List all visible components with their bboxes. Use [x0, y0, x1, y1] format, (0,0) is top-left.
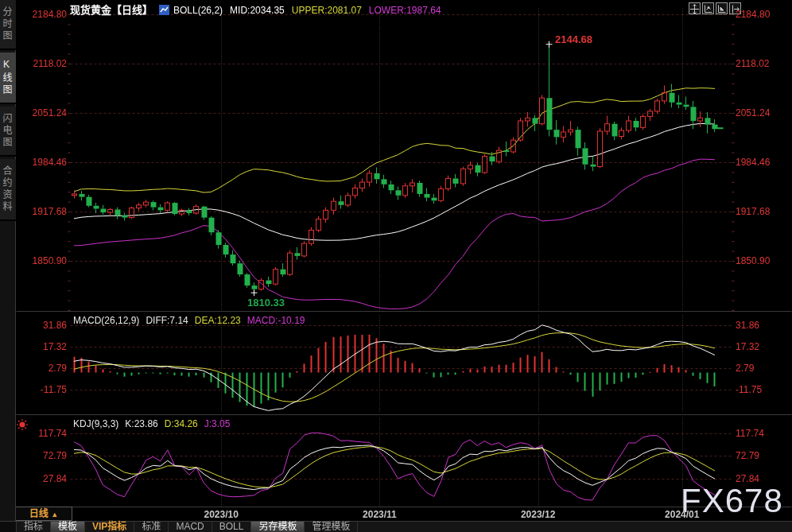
kdj-axis-label: 72.79 — [17, 450, 67, 461]
macd-axis-label: 17.32 — [736, 341, 759, 352]
low-annotation: 1810.33 — [247, 297, 285, 309]
macd-axis-label: 2.79 — [736, 363, 754, 374]
chart-canvas[interactable] — [0, 0, 792, 532]
x-axis-label: 2023/12 — [516, 509, 561, 520]
crosshair-icon[interactable] — [689, 2, 701, 14]
price-axis-label: 2184.80 — [736, 9, 770, 20]
high-annotation: 2144.68 — [555, 33, 592, 45]
tab-macd[interactable]: MACD — [169, 522, 212, 532]
kdj-axis-label: 117.74 — [17, 428, 67, 439]
macd-dea-value: DEA:12.23 — [195, 315, 241, 326]
macd-bar-value: MACD:-10.19 — [247, 315, 305, 326]
price-axis-label: 1984.46 — [17, 157, 67, 168]
price-axis-label: 2051.24 — [736, 107, 770, 118]
tab-manage-template[interactable]: 管理模板 — [305, 522, 358, 532]
tabbar-corner — [0, 522, 17, 532]
price-axis-label: 1850.90 — [17, 255, 67, 266]
macd-indicator-label: MACD(26,12,9) — [73, 315, 139, 326]
triangle-up-icon: ▲ — [51, 511, 58, 518]
macd-diff-value: DIFF:7.14 — [146, 315, 188, 326]
tab-vip-indicators[interactable]: VIP指标 — [85, 522, 134, 532]
chart-playback-icon[interactable] — [716, 2, 728, 14]
price-axis-label: 2118.02 — [736, 58, 770, 69]
macd-axis-label: 31.86 — [17, 320, 67, 331]
kdj-axis-label: 27.84 — [17, 473, 67, 484]
macd-axis-label: 17.32 — [17, 341, 67, 352]
kdj-indicator-label: KDJ(9,3,3) — [73, 418, 118, 429]
boll-lower-value: LOWER:1987.64 — [369, 5, 441, 16]
price-axis-label: 1850.90 — [736, 255, 770, 266]
sidebar-item-kline-chart[interactable]: K线图 — [0, 52, 16, 104]
tab-standard[interactable]: 标准 — [134, 522, 169, 532]
trading-app: 分时图K线图闪电图合约资料 现货黄金【日线】BOLL(26,2)MID:2034… — [0, 0, 792, 532]
bottom-tabbar: 指标模板VIP指标标准MACDBOLL另存模板管理模板 — [0, 521, 792, 532]
kdj-k-value: K:23.86 — [125, 418, 157, 429]
indicator-chart-icon — [159, 5, 169, 17]
boll-mid-value: MID:2034.35 — [230, 5, 285, 16]
kdj-axis-label: 72.79 — [736, 450, 759, 461]
x-axis-label: 2023/10 — [199, 509, 243, 520]
x-axis-label: 2024/01 — [660, 509, 705, 520]
kdj-axis-label: 27.84 — [736, 473, 759, 484]
window-tools — [687, 2, 741, 17]
tab-templates[interactable]: 模板 — [51, 522, 85, 532]
macd-axis-label: -11.75 — [17, 384, 67, 395]
boll-indicator-label: BOLL(26,2) — [173, 5, 223, 16]
chart-header: 现货黄金【日线】BOLL(26,2)MID:2034.35UPPER:2081.… — [70, 2, 441, 16]
period-selector[interactable]: 日线 ▲ — [16, 507, 72, 521]
period-label: 日线 — [29, 508, 49, 519]
tab-indicators[interactable]: 指标 — [17, 522, 51, 532]
macd-axis-label: -11.75 — [736, 384, 762, 395]
price-axis-label: 2184.80 — [17, 9, 67, 20]
sidebar: 分时图K线图闪电图合约资料 — [0, 0, 16, 521]
sidebar-item-flash-chart[interactable]: 闪电图 — [0, 107, 16, 157]
tab-boll[interactable]: BOLL — [212, 522, 252, 532]
kdj-panel-header: KDJ(9,3,3)K:23.86D:34.26J:3.05 — [73, 418, 230, 429]
tab-save-template[interactable]: 另存模板 — [251, 522, 305, 532]
macd-axis-label: 31.86 — [736, 320, 759, 331]
price-axis-label: 2051.24 — [17, 107, 67, 118]
kdj-axis-label: 117.74 — [736, 428, 764, 439]
symbol-title: 现货黄金【日线】 — [70, 4, 153, 16]
price-axis-label: 1984.46 — [736, 157, 770, 168]
price-axis-label: 2118.02 — [17, 58, 67, 69]
axis-scale-icon[interactable] — [702, 2, 714, 14]
x-axis-label: 2023/11 — [357, 509, 402, 520]
kdj-d-value: D:34.26 — [165, 418, 198, 429]
boll-upper-value: UPPER:2081.07 — [292, 5, 362, 16]
macd-axis-label: 2.79 — [17, 363, 67, 374]
price-axis-label: 1917.68 — [736, 206, 770, 217]
sidebar-item-time-chart[interactable]: 分时图 — [0, 0, 16, 50]
macd-panel-header: MACD(26,12,9)DIFF:7.14DEA:12.23MACD:-10.… — [73, 315, 305, 326]
sidebar-item-contract-info[interactable]: 合约资料 — [0, 159, 16, 221]
price-axis-label: 1917.68 — [17, 206, 67, 217]
kdj-j-value: J:3.05 — [204, 418, 231, 429]
